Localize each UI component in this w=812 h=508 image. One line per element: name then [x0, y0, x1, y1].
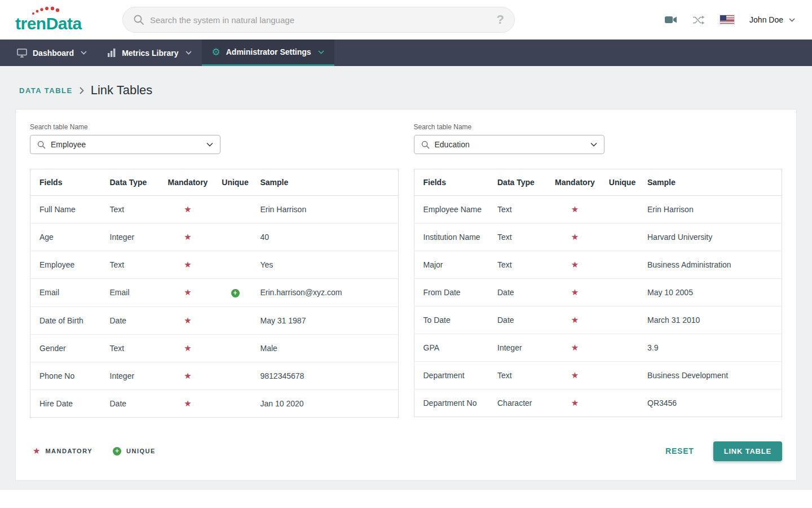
search-table-label: Search table Name — [414, 123, 783, 131]
table-row: AgeInteger★40 — [30, 224, 399, 251]
type-cell: Text — [493, 196, 548, 224]
search-icon — [421, 141, 430, 149]
table-select-employee[interactable]: Employee — [30, 135, 220, 154]
field-cell: From Date — [414, 279, 493, 306]
chevron-down-icon — [206, 142, 213, 147]
dashboard-monitor-icon — [17, 49, 27, 58]
gear-icon: ⚙ — [212, 47, 220, 57]
main-nav: Dashboard Metrics Library ⚙ Administrato… — [0, 40, 812, 66]
type-cell: Date — [105, 389, 161, 417]
field-cell: Department No — [414, 389, 493, 417]
mandatory-star-icon: ★ — [184, 204, 191, 214]
search-table-label: Search table Name — [30, 123, 399, 131]
mandatory-cell: ★ — [548, 389, 602, 417]
type-cell: Text — [493, 362, 548, 389]
field-cell: Major — [414, 251, 493, 279]
global-search-input[interactable] — [150, 15, 491, 25]
mandatory-cell: ★ — [548, 362, 602, 389]
type-cell: Email — [105, 279, 161, 307]
reset-button[interactable]: RESET — [660, 442, 700, 460]
user-name: John Doe — [749, 15, 783, 24]
field-cell: Institution Name — [414, 224, 493, 251]
nav-label-administrator-settings: Administrator Settings — [226, 47, 311, 56]
column-header-data-type: Data Type — [493, 169, 548, 196]
mandatory-star-icon: ★ — [571, 370, 579, 380]
legend-unique: UNIQUE — [113, 447, 156, 456]
table-row: Department NoCharacter★QR3456 — [414, 389, 782, 417]
link-tables-card: Search table Name Employee — [15, 109, 797, 481]
type-cell: Date — [105, 306, 161, 334]
unique-cell — [602, 196, 643, 224]
bar-chart-icon — [107, 49, 116, 57]
unique-cell — [215, 251, 256, 279]
mandatory-cell: ★ — [161, 389, 215, 417]
mandatory-cell: ★ — [161, 251, 215, 279]
sample-cell: May 10 2005 — [643, 279, 782, 306]
video-camera-icon[interactable] — [664, 15, 678, 25]
table-row: To DateDate★March 31 2010 — [414, 306, 782, 334]
link-table-button[interactable]: LINK TABLE — [713, 441, 782, 461]
selected-table-name: Education — [435, 140, 585, 149]
column-header-data-type: Data Type — [105, 169, 161, 196]
column-header-unique: Unique — [215, 169, 256, 196]
top-right-actions: John Doe — [664, 15, 795, 25]
mandatory-star-icon: ★ — [571, 315, 579, 325]
column-header-fields: Fields — [414, 169, 493, 196]
mandatory-cell: ★ — [548, 279, 602, 306]
sample-cell: Business Development — [643, 362, 782, 389]
sample-cell: May 31 1987 — [256, 306, 399, 334]
field-cell: Age — [30, 224, 105, 251]
unique-cell — [215, 389, 256, 417]
table-select-education[interactable]: Education — [414, 135, 604, 154]
table-row: Employee NameText★Erin Harrison — [414, 196, 782, 224]
table-row: Hire DateDate★Jan 10 2020 — [30, 389, 399, 417]
help-icon[interactable]: ? — [497, 12, 504, 27]
type-cell: Text — [105, 196, 161, 224]
sample-cell: Yes — [256, 251, 399, 279]
table-row: GPAInteger★3.9 — [414, 334, 782, 362]
table-row: GenderText★Male — [30, 334, 399, 362]
unique-cell — [602, 279, 643, 306]
type-cell: Integer — [105, 362, 161, 389]
table-row: From DateDate★May 10 2005 — [414, 279, 782, 306]
table-row: Full NameText★Erin Harrison — [30, 196, 399, 224]
table-header-row: Fields Data Type Mandatory Unique Sample — [30, 169, 399, 196]
sample-cell: 3.9 — [643, 334, 782, 362]
mandatory-star-icon: ★ — [571, 398, 579, 408]
column-header-sample: Sample — [643, 169, 782, 196]
mandatory-cell: ★ — [548, 306, 602, 334]
mandatory-star-icon: ★ — [184, 371, 191, 381]
mandatory-star-icon: ★ — [184, 232, 191, 242]
unique-cell — [602, 224, 643, 251]
unique-icon — [113, 447, 121, 456]
footer-actions: RESET LINK TABLE — [660, 441, 782, 461]
breadcrumb-data-table-link[interactable]: DATA TABLE — [19, 86, 73, 95]
trendata-logo[interactable]: trenData — [15, 7, 105, 32]
mandatory-star-icon: ★ — [184, 398, 191, 409]
unique-cell — [215, 279, 256, 307]
global-search-bar[interactable]: ? — [122, 7, 515, 33]
nav-item-dashboard[interactable]: Dashboard — [7, 40, 97, 66]
table-row: DepartmentText★Business Development — [414, 362, 782, 389]
shuffle-icon[interactable] — [692, 15, 705, 25]
language-flag-us[interactable] — [720, 15, 735, 25]
field-cell: To Date — [414, 306, 493, 334]
nav-item-metrics-library[interactable]: Metrics Library — [97, 40, 201, 66]
unique-cell — [215, 362, 256, 389]
field-cell: Date of Birth — [30, 306, 105, 334]
unique-cell — [602, 306, 643, 334]
field-cell: Department — [414, 362, 493, 389]
column-header-unique: Unique — [602, 169, 643, 196]
chevron-right-icon — [80, 87, 84, 94]
employee-fields-table: Fields Data Type Mandatory Unique Sample… — [30, 169, 399, 418]
mandatory-star-icon: ★ — [184, 343, 191, 353]
mandatory-cell: ★ — [161, 224, 215, 251]
nav-item-administrator-settings[interactable]: ⚙ Administrator Settings — [202, 40, 334, 66]
chevron-down-icon — [590, 142, 597, 147]
field-cell: Employee Name — [414, 196, 493, 224]
user-menu[interactable]: John Doe — [749, 15, 795, 24]
type-cell: Text — [105, 251, 161, 279]
unique-cell — [602, 251, 643, 279]
search-icon — [37, 141, 46, 149]
sample-cell: Jan 10 2020 — [256, 389, 399, 417]
